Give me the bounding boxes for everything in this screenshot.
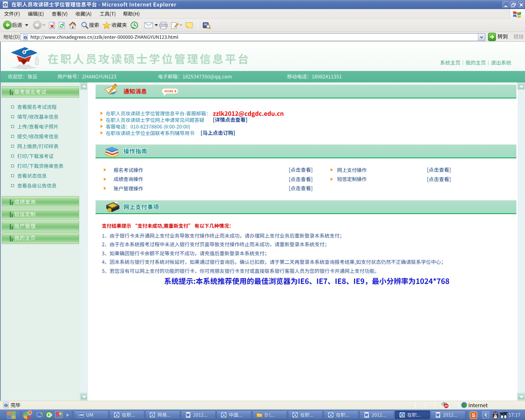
svg-text:S: S [472, 412, 475, 418]
